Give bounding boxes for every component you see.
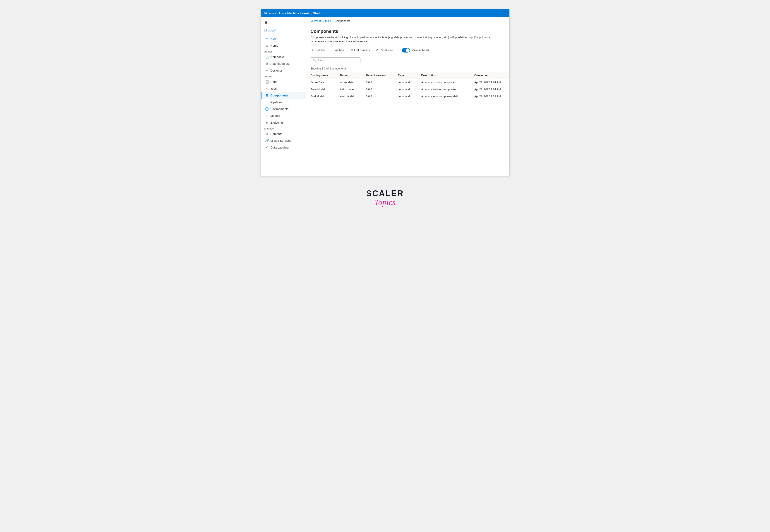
archive-label: Archive — [335, 49, 344, 52]
home-icon: ⌂ — [265, 44, 269, 47]
cell-created-0: Apr 22, 2022 1:24 PM — [470, 79, 509, 86]
assets-section-label: Assets — [261, 74, 306, 78]
cell-description-0: A dummy scoring component — [417, 79, 470, 86]
refresh-button[interactable]: ↻ Refresh — [311, 48, 326, 53]
sidebar-brand[interactable]: Microsoft — [261, 27, 306, 35]
col-description[interactable]: Description — [417, 72, 470, 79]
sidebar-item-components[interactable]: ⊞ Components — [261, 92, 306, 99]
page-description: Components are basic building blocks to … — [311, 35, 505, 43]
author-section-label: Author — [261, 49, 306, 53]
sidebar-item-linkedservices[interactable]: 🔗 Linked Services — [261, 137, 306, 144]
archive-button[interactable]: ▭ Archive — [330, 48, 346, 53]
table-header-row: Display name Name Default version Type D… — [306, 72, 509, 79]
sidebar-jobs-label: Jobs — [271, 87, 277, 90]
sidebar: ☰ Microsoft ＋ New ⌂ Home Author 📄 Notebo… — [261, 17, 306, 176]
hamburger-menu[interactable]: ☰ — [261, 18, 306, 27]
view-archived-toggle-container: View archived — [402, 48, 429, 53]
cell-display-name-1[interactable]: Train Model — [306, 86, 336, 93]
toolbar-separator — [398, 48, 398, 53]
table-row: Eval Model eval_model 0.0.8 command A du… — [306, 93, 509, 100]
sidebar-item-jobs[interactable]: △ Jobs — [261, 85, 306, 92]
cell-description-1: A dummy training component — [417, 86, 470, 93]
sidebar-item-endpoints[interactable]: ◈ Endpoints — [261, 119, 306, 126]
sidebar-item-automatedml[interactable]: ⚙ Automated ML — [261, 60, 306, 67]
components-table: Display name Name Default version Type D… — [306, 72, 509, 100]
cell-version-0[interactable]: 0.0.2 — [361, 79, 393, 86]
breadcrumb-components: Components — [335, 19, 350, 23]
sidebar-item-datalabeling[interactable]: ✔ Data Labeling — [261, 144, 306, 151]
pipelines-icon: ⋮ — [265, 100, 269, 104]
archive-icon: ▭ — [331, 48, 334, 52]
cell-type-1: command — [393, 86, 417, 93]
cell-display-name-0[interactable]: Score Data — [306, 79, 336, 86]
page-title: Components — [311, 29, 505, 34]
col-name[interactable]: Name — [336, 72, 361, 79]
designer-icon: ✏ — [265, 69, 269, 72]
toggle-thumb — [406, 48, 410, 52]
col-display-name[interactable]: Display name — [306, 72, 336, 79]
jobs-icon: △ — [265, 87, 269, 90]
sidebar-linkedservices-label: Linked Services — [271, 139, 291, 142]
sidebar-models-label: Models — [271, 114, 280, 117]
breadcrumb-sep-2: › — [332, 19, 333, 23]
reset-view-icon: ↺ — [376, 48, 379, 52]
view-archived-toggle[interactable] — [402, 48, 410, 53]
sidebar-new-label: New — [271, 37, 276, 40]
view-archived-label: View archived — [412, 49, 429, 52]
search-box: 🔍 — [311, 58, 360, 63]
app-window: Microsoft Azure Machine Learning Studio … — [261, 9, 510, 176]
components-icon: ⊞ — [265, 93, 269, 97]
cell-description-2: A dummy eval component defi... — [417, 93, 470, 100]
edit-columns-icon: ⊟ — [351, 48, 353, 52]
cell-created-1: Apr 22, 2022 1:24 PM — [470, 86, 509, 93]
app-body: ☰ Microsoft ＋ New ⌂ Home Author 📄 Notebo… — [261, 17, 509, 176]
sidebar-data-label: Data — [271, 80, 277, 84]
models-icon: ◎ — [265, 114, 269, 117]
sidebar-endpoints-label: Endpoints — [271, 121, 284, 124]
reset-view-label: Reset view — [380, 49, 393, 52]
main-content: Microsoft › main › Components Components… — [306, 17, 509, 176]
sidebar-notebooks-label: Notebooks — [271, 55, 285, 59]
sidebar-components-label: Components — [271, 94, 288, 97]
title-bar: Microsoft Azure Machine Learning Studio — [261, 9, 509, 17]
page-header: Components Components are basic building… — [306, 25, 509, 45]
breadcrumb-microsoft[interactable]: Microsoft — [311, 19, 322, 23]
sidebar-home-label: Home — [271, 44, 278, 47]
environments-icon: 🌐 — [265, 107, 269, 111]
cell-name-1: train_model — [336, 86, 361, 93]
refresh-label: Refresh — [316, 49, 325, 52]
toolbar: ↻ Refresh ▭ Archive ⊟ Edit columns ↺ Res… — [306, 45, 509, 55]
sidebar-item-compute[interactable]: 🖥 Compute — [261, 130, 306, 137]
sidebar-item-pipelines[interactable]: ⋮ Pipelines — [261, 99, 306, 105]
sidebar-item-home[interactable]: ⌂ Home — [261, 42, 306, 49]
sidebar-item-designer[interactable]: ✏ Designer — [261, 67, 306, 74]
search-section: 🔍 — [306, 55, 509, 66]
reset-view-button[interactable]: ↺ Reset view — [375, 48, 394, 53]
watermark: SCALER Topics — [366, 189, 404, 207]
col-default-version[interactable]: Default version — [361, 72, 393, 79]
results-count: Showing 1-3 of 3 components — [306, 66, 509, 72]
sidebar-compute-label: Compute — [271, 132, 283, 136]
sidebar-item-notebooks[interactable]: 📄 Notebooks — [261, 53, 306, 60]
endpoints-icon: ◈ — [265, 121, 269, 124]
watermark-scaler: SCALER — [366, 189, 404, 198]
cell-display-name-2[interactable]: Eval Model — [306, 93, 336, 100]
col-created-on[interactable]: Created on — [470, 72, 509, 79]
edit-columns-button[interactable]: ⊟ Edit columns — [349, 48, 371, 53]
sidebar-item-environments[interactable]: 🌐 Environments — [261, 105, 306, 112]
cell-name-0: score_data — [336, 79, 361, 86]
search-input[interactable] — [318, 59, 358, 62]
breadcrumb-main[interactable]: main — [325, 19, 331, 23]
manage-section-label: Manage — [261, 126, 306, 130]
data-icon: 📋 — [265, 80, 269, 84]
notebooks-icon: 📄 — [265, 55, 269, 59]
col-type[interactable]: Type — [393, 72, 417, 79]
search-icon: 🔍 — [313, 59, 317, 62]
sidebar-datalabeling-label: Data Labeling — [271, 146, 289, 149]
cell-version-2[interactable]: 0.0.8 — [361, 93, 393, 100]
sidebar-designer-label: Designer — [271, 69, 282, 72]
sidebar-item-models[interactable]: ◎ Models — [261, 112, 306, 119]
sidebar-new-button[interactable]: ＋ New — [261, 35, 306, 42]
sidebar-item-data[interactable]: 📋 Data — [261, 78, 306, 85]
cell-version-1[interactable]: 0.0.2 — [361, 86, 393, 93]
